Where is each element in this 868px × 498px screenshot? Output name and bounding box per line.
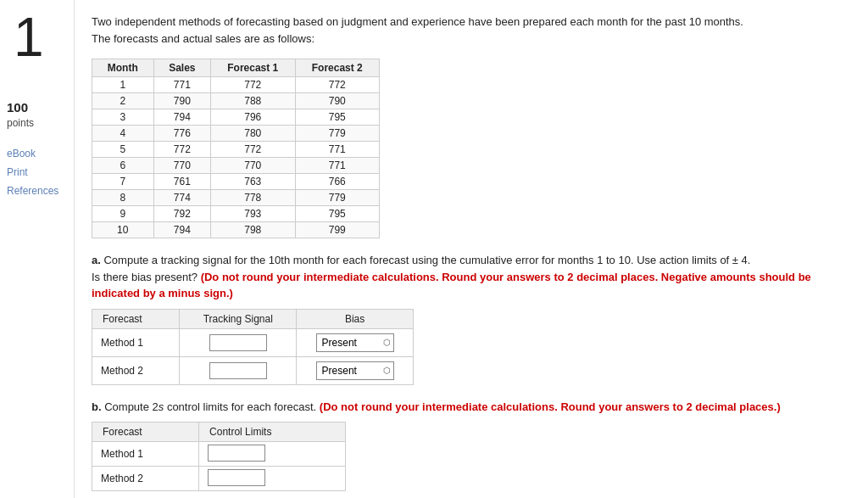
method1-bias-wrapper: Present Not Present [316, 333, 394, 352]
table-row: Method 1 Present Not Present [92, 328, 414, 356]
part-a-answer-table: Forecast Tracking Signal Bias Method 1 P… [92, 309, 414, 385]
method1-tracking-input[interactable] [209, 334, 267, 351]
method1-control-input[interactable] [208, 445, 265, 462]
method1-tracking-cell [180, 328, 297, 356]
part-a-bias-question: Is there bias present? [92, 271, 201, 283]
method2-bias-cell: Present Not Present [297, 356, 414, 384]
col-header-tracking: Tracking Signal [180, 309, 297, 328]
print-link[interactable]: Print [7, 166, 28, 178]
problem-text-line2: The forecasts and actual sales are as fo… [92, 32, 314, 45]
table-row: 4776780779 [92, 126, 380, 142]
part-a-bold: a. [92, 254, 101, 266]
part-b-text: Compute 2s control limits for each forec… [104, 400, 316, 413]
col-header-forecast1: Forecast 1 [211, 59, 295, 77]
table-row: 3794796795 [92, 109, 380, 126]
data-table: Month Sales Forecast 1 Forecast 2 177177… [92, 59, 380, 238]
method2-bias-wrapper: Present Not Present [316, 361, 394, 380]
method2-control-input[interactable] [208, 469, 265, 486]
method2-bias-select[interactable]: Present Not Present [316, 361, 394, 380]
method1-bias-cell: Present Not Present [297, 328, 414, 356]
table-row: 9792793795 [92, 206, 380, 222]
part-b-bold: b. [92, 400, 102, 413]
table-row: 2790788790 [92, 93, 380, 109]
problem-text-line1: Two independent methods of forecasting b… [92, 15, 743, 28]
col-header-month: Month [92, 59, 154, 77]
left-sidebar: 1 100 points eBook Print References [0, 0, 75, 498]
table-row: Method 2 [92, 467, 346, 491]
table-row: Method 1 [92, 442, 346, 467]
method1-label: Method 1 [92, 328, 180, 356]
method2-control-cell [199, 467, 346, 491]
col-header-forecast2: Forecast 2 [295, 59, 380, 77]
method1-b-label: Method 1 [92, 442, 199, 467]
problem-text: Two independent methods of forecasting b… [92, 14, 837, 47]
method2-b-label: Method 2 [92, 467, 199, 491]
method2-tracking-cell [180, 356, 297, 384]
part-a-label: a. Compute a tracking signal for the 10t… [92, 252, 837, 302]
table-row: Method 2 Present Not Present [92, 356, 414, 384]
col-header-bias: Bias [297, 309, 414, 328]
table-row: 8774778779 [92, 190, 380, 206]
table-row: 6770770771 [92, 158, 380, 174]
table-row: 1771772772 [92, 77, 380, 93]
part-b-answer-table: Forecast Control Limits Method 1 Method … [92, 422, 346, 491]
method2-label: Method 2 [92, 356, 180, 384]
points-value: 100 [7, 98, 34, 116]
col-header-forecast-a: Forecast [92, 309, 180, 328]
main-content: Two independent methods of forecasting b… [75, 0, 868, 498]
table-row: 5772772771 [92, 142, 380, 158]
question-number: 1 [14, 10, 44, 64]
table-row: 7761763766 [92, 174, 380, 190]
col-header-control-limits: Control Limits [199, 422, 346, 442]
method1-control-cell [199, 442, 346, 467]
part-b-instruction: (Do not round your intermediate calculat… [320, 400, 781, 413]
part-a-text: Compute a tracking signal for the 10th m… [103, 254, 750, 266]
references-link[interactable]: References [7, 185, 58, 197]
points-label: points [7, 116, 34, 131]
part-b-label: b. Compute 2s control limits for each fo… [92, 399, 837, 416]
method2-tracking-input[interactable] [209, 362, 267, 379]
table-row: 10794798799 [92, 222, 380, 238]
points-box: 100 points [7, 98, 34, 131]
col-header-forecast-b: Forecast [92, 422, 199, 442]
col-header-sales: Sales [153, 59, 210, 77]
ebook-link[interactable]: eBook [7, 148, 36, 159]
method1-bias-select[interactable]: Present Not Present [316, 333, 394, 352]
